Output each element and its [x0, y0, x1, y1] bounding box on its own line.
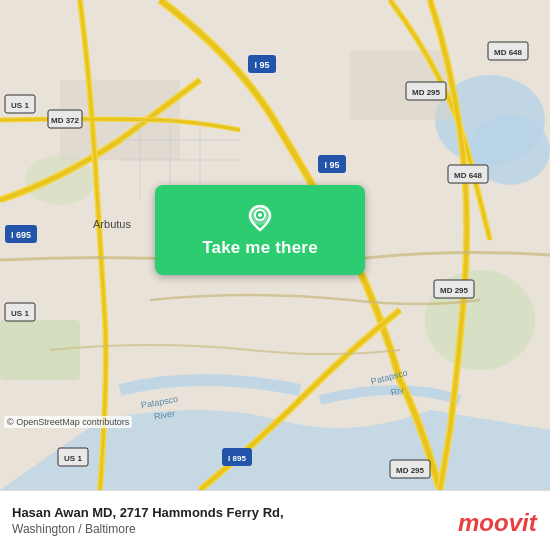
moovit-logo: moovit [458, 505, 538, 537]
svg-text:MD 648: MD 648 [454, 171, 483, 180]
svg-text:MD 372: MD 372 [51, 116, 80, 125]
location-title: Hasan Awan MD, 2717 Hammonds Ferry Rd, [12, 505, 284, 522]
take-me-there-button[interactable]: Take me there [155, 185, 365, 275]
svg-text:US 1: US 1 [64, 454, 82, 463]
svg-text:I 95: I 95 [254, 60, 269, 70]
svg-text:MD 295: MD 295 [440, 286, 469, 295]
map-container: I 695 US 1 MD 372 I 95 I 95 MD 648 MD 64… [0, 0, 550, 490]
info-bar: Hasan Awan MD, 2717 Hammonds Ferry Rd, W… [0, 490, 550, 550]
svg-text:MD 295: MD 295 [412, 88, 441, 97]
svg-rect-3 [0, 320, 80, 380]
take-me-there-label: Take me there [202, 238, 318, 258]
svg-text:moovit: moovit [458, 509, 538, 536]
svg-text:I 695: I 695 [11, 230, 31, 240]
location-subtitle: Washington / Baltimore [12, 522, 284, 536]
svg-text:Arbutus: Arbutus [93, 218, 131, 230]
info-text-container: Hasan Awan MD, 2717 Hammonds Ferry Rd, W… [12, 505, 284, 536]
moovit-logo-svg: moovit [458, 505, 538, 537]
svg-text:I 95: I 95 [324, 160, 339, 170]
osm-attribution: © OpenStreetMap contributors [4, 416, 132, 428]
location-pin-icon [244, 202, 276, 234]
svg-point-42 [258, 213, 262, 217]
svg-text:US 1: US 1 [11, 101, 29, 110]
svg-text:MD 295: MD 295 [396, 466, 425, 475]
svg-text:I 895: I 895 [228, 454, 246, 463]
svg-text:MD 648: MD 648 [494, 48, 523, 57]
svg-text:US 1: US 1 [11, 309, 29, 318]
